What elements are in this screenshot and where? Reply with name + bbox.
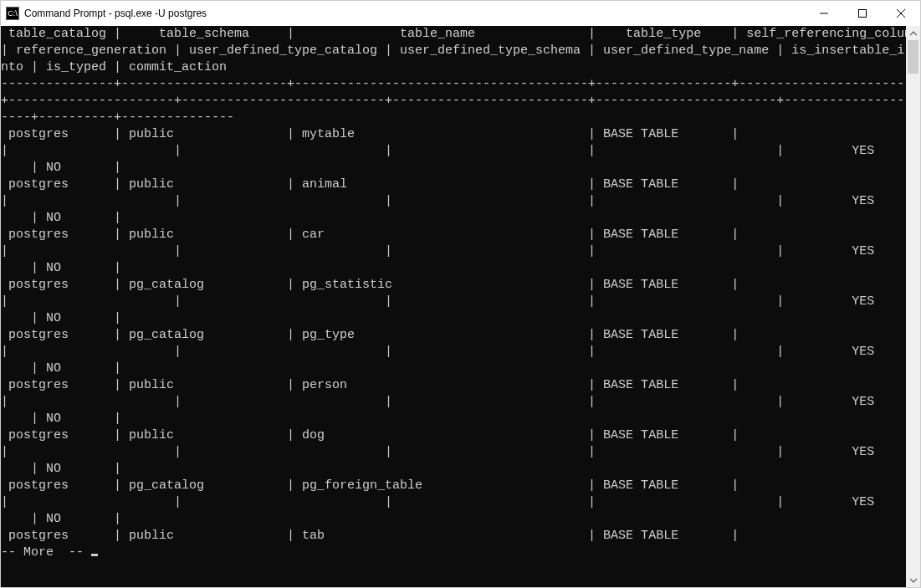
titlebar[interactable]: C:\ Command Prompt - psql.exe -U postgre… [1,1,920,26]
minimize-button[interactable] [805,1,843,26]
terminal-output[interactable]: table_catalog | table_schema | table_nam… [1,26,906,587]
scroll-up-icon[interactable] [906,26,920,40]
cmd-icon: C:\ [6,7,19,20]
scroll-thumb[interactable] [908,40,918,74]
svg-rect-1 [859,10,867,18]
window-title: Command Prompt - psql.exe -U postgres [24,8,805,19]
window-frame: C:\ Command Prompt - psql.exe -U postgre… [0,0,921,588]
window-controls [805,1,920,26]
scroll-down-icon[interactable] [906,573,920,587]
maximize-button[interactable] [843,1,882,26]
vertical-scrollbar[interactable] [906,26,920,587]
close-button[interactable] [882,1,920,26]
text-cursor [91,554,98,556]
terminal-container: table_catalog | table_schema | table_nam… [1,26,920,587]
